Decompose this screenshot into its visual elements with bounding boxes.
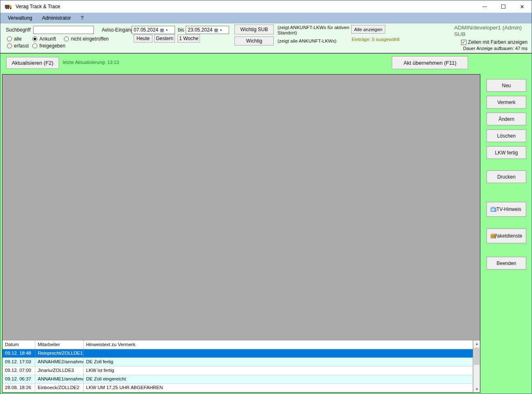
lkw-fertig-button[interactable]: LKW fertig (487, 146, 526, 159)
scroll-down-icon[interactable]: ▼ (473, 386, 480, 392)
bis-label: bis (178, 27, 184, 33)
date-from-input[interactable] (132, 27, 159, 33)
entries-status: Einträge: 0 ausgewählt (352, 37, 400, 42)
radio-ankunft-label: Ankunft (39, 36, 56, 42)
tv-hinweis-button[interactable]: TV-Hinweis (487, 202, 526, 217)
cell-mitarbeiter: ANNAHME2/annahme2 (35, 358, 84, 366)
radio-freigegeben-label: freigegeben (39, 43, 65, 49)
menu-administrator[interactable]: Administrator (37, 14, 76, 23)
refresh-button[interactable]: Aktualisieren (F2) (6, 57, 59, 69)
table-header: Datum Mitarbeiter Hinweistext zu Vermerk (2, 340, 473, 349)
radio-icon (7, 36, 12, 41)
menu-verwaltung[interactable]: Verwaltung (3, 14, 37, 23)
package-icon (490, 233, 496, 239)
column-header-mitarbeiter[interactable]: Mitarbeiter (35, 340, 84, 349)
table-scrollbar[interactable]: ▲ ▼ (473, 340, 480, 392)
titlebar: Verag Track & Trace ✕ (0, 0, 532, 13)
date-to-input[interactable] (186, 27, 213, 33)
aviso-label: Aviso-Eingang (102, 27, 133, 33)
filter-panel: Suchbegriff Aviso-Eingang ▦ ▼ bis ▦ ▼ Wi… (0, 23, 532, 54)
cell-hinweistext: LKW ist fertig (84, 367, 473, 375)
radio-alle-label: alle (14, 36, 22, 42)
alle-anzeigen-button[interactable]: Alle anzeigen (351, 25, 385, 34)
paketdienste-button[interactable]: Paketdienste (487, 229, 526, 243)
vermerk-table: Datum Mitarbeiter Hinweistext zu Vermerk… (2, 340, 480, 392)
radio-freigegeben[interactable]: freigegeben (32, 43, 65, 49)
minimize-button[interactable] (475, 0, 494, 13)
rows-color-checkbox-label: Zeilen mit Farben anzeigen (468, 39, 527, 45)
column-header-hinweistext[interactable]: Hinweistext zu Vermerk (84, 340, 473, 349)
radio-checked-icon (32, 36, 37, 41)
date-from-picker[interactable]: ▦ ▼ (132, 26, 175, 34)
window-title: Verag Track & Trace (16, 4, 60, 9)
woche-button[interactable]: 1 Woche (177, 34, 200, 43)
menu-help[interactable]: ? (76, 14, 89, 23)
window-controls: ✕ (475, 0, 532, 13)
cell-hinweistext: LKW UM 17,25 UHR ABGEFAHREN (84, 384, 473, 392)
akt-uebernehmen-button[interactable]: Akt übernehmen (F11) (392, 56, 468, 69)
table-row[interactable]: 09.12. 06:37 ANNAHME1/annahme1 DE Zoll e… (2, 375, 473, 384)
last-refresh-status: letzte Aktualisierung: 13:13 (63, 60, 119, 65)
radio-icon (7, 43, 12, 48)
cell-mitarbeiter: Einboeck/ZOLLDE2 (35, 384, 84, 392)
calendar-icon: ▦ (160, 28, 164, 32)
radio-erfasst-label: erfasst (14, 43, 29, 49)
table-row[interactable]: 28.08. 18:26 Einboeck/ZOLLDE2 LKW UM 17,… (2, 384, 473, 392)
beenden-button[interactable]: Beenden (487, 257, 526, 269)
maximize-icon (501, 5, 505, 9)
duration-status: Dauer Anzeige aufbauen: 47 ms (463, 46, 527, 51)
paketdienste-label: Paketdienste (494, 233, 522, 239)
scrollbar-thumb[interactable] (474, 348, 480, 365)
close-icon: ✕ (520, 4, 525, 9)
user-line2: SUB (454, 31, 528, 38)
maximize-button[interactable] (494, 0, 513, 13)
chevron-down-icon: ▼ (165, 29, 168, 32)
radio-erfasst[interactable]: erfasst (7, 43, 29, 49)
menubar: Verwaltung Administrator ? (0, 13, 532, 23)
minimize-icon (482, 7, 487, 7)
truck-app-icon (5, 4, 12, 9)
column-header-datum[interactable]: Datum (2, 340, 35, 349)
close-button[interactable]: ✕ (513, 0, 532, 13)
cell-datum: 09.12. 07:00 (2, 367, 35, 375)
scroll-up-icon[interactable]: ▲ (473, 340, 480, 347)
main-region: Datum Mitarbeiter Hinweistext zu Vermerk… (2, 74, 480, 393)
cell-hinweistext: DE Zoll eingereicht (84, 375, 473, 383)
empty-grid-area (2, 75, 480, 340)
neu-button[interactable]: Neu (487, 79, 526, 92)
loeschen-button[interactable]: Löschen (487, 129, 526, 142)
cell-hinweistext: DE Zoll fertig (84, 358, 473, 366)
action-toolbar: Aktualisieren (F2) letzte Aktualisierung… (0, 54, 532, 73)
table-row[interactable]: 09.12. 17:03 ANNAHME2/annahme2 DE Zoll f… (2, 358, 473, 367)
heute-button[interactable]: Heute (134, 34, 152, 43)
tv-hinweis-label: TV-Hinweis (496, 206, 521, 212)
aendern-button[interactable]: Ändern (487, 113, 526, 125)
vermerk-button[interactable]: Vermerk (487, 96, 526, 109)
user-line1: ADMIN/developer1 (Admin) (454, 25, 528, 31)
cell-datum: 28.08. 18:26 (2, 384, 35, 392)
radio-alle[interactable]: alle (7, 36, 22, 42)
calendar-icon: ▦ (214, 28, 218, 32)
search-label: Suchbegriff (6, 27, 31, 33)
search-input[interactable] (33, 26, 94, 34)
wichtig-button[interactable]: Wichtig (234, 36, 274, 45)
rows-color-checkbox[interactable]: ✓ Zeilen mit Farben anzeigen (461, 39, 527, 45)
checkbox-checked-icon: ✓ (461, 40, 466, 45)
radio-nicht-eingetroffen-label: nicht eingetroffen (71, 36, 109, 42)
cell-mitarbeiter: ANNAHME1/annahme1 (35, 375, 84, 383)
radio-ankunft[interactable]: Ankunft (32, 36, 56, 42)
tv-icon (490, 206, 497, 212)
radio-icon (64, 36, 69, 41)
cell-mitarbeiter: Jinariu/ZOLLDE3 (35, 367, 84, 375)
radio-nicht-eingetroffen[interactable]: nicht eingetroffen (64, 36, 109, 42)
drucken-button[interactable]: Drucken (487, 170, 526, 183)
table-row[interactable]: 09.12. 18:48 Reinprecht/ZOLLDE1 (2, 349, 473, 358)
user-info: ADMIN/developer1 (Admin) SUB (454, 25, 528, 38)
table-row[interactable]: 09.12. 07:00 Jinariu/ZOLLDE3 LKW ist fer… (2, 367, 473, 375)
cell-datum: 09.12. 17:03 (2, 358, 35, 366)
date-to-picker[interactable]: ▦ ▼ (186, 26, 229, 34)
gestern-button[interactable]: Gestern (154, 34, 175, 43)
wichtig-sub-hint: (zeigt ANKUNFT-LKWs für aktiven Standort… (277, 25, 351, 36)
wichtig-sub-button[interactable]: Wichtig SUB (234, 25, 274, 34)
radio-icon (32, 43, 37, 48)
